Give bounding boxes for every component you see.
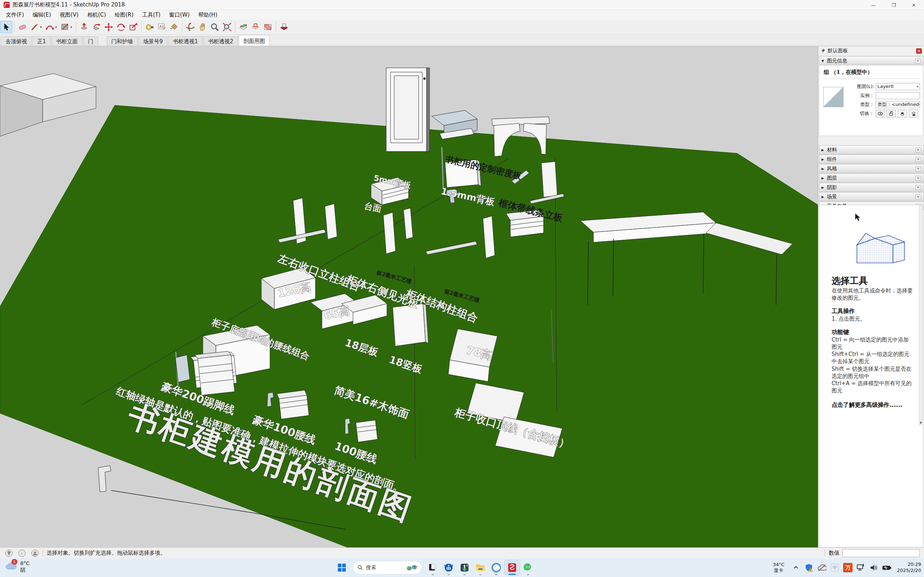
section-plane-tool-icon[interactable] <box>237 21 249 33</box>
scene-tab-bookcase-elevation[interactable]: 书柜立面 <box>52 36 82 46</box>
menu-camera[interactable]: 相机(C) <box>83 10 110 20</box>
menu-view[interactable]: 视图(V) <box>56 10 83 20</box>
menu-help[interactable]: 帮助(H) <box>194 10 221 20</box>
rotate-tool-icon[interactable] <box>115 21 127 33</box>
text-tool-icon[interactable]: A1 <box>156 21 168 33</box>
menu-draw[interactable]: 绘图(R) <box>110 10 138 20</box>
layer-dropdown[interactable]: Layer0▾ <box>876 83 920 90</box>
lock-toggle-button[interactable] <box>887 110 896 118</box>
paint-bucket-tool-icon[interactable] <box>168 21 180 33</box>
tray-app-icon[interactable]: 万 <box>843 563 853 572</box>
entity-info-header[interactable]: ▼ 图元信息 ✕ <box>819 56 923 65</box>
sketchup-window: 图森展厅书柜模型4.11 - SketchUp Pro 2018 — ❐ ✕ 文… <box>0 0 924 577</box>
scene-tab-door-wall[interactable]: 门和护墙 <box>107 36 138 46</box>
scene-tab-front1[interactable]: 正1 <box>32 36 51 46</box>
offset-tool-icon[interactable] <box>128 21 139 33</box>
shape-tool-icon[interactable] <box>59 21 71 33</box>
select-tool-icon[interactable] <box>0 21 12 33</box>
taskbar-search[interactable]: 搜索 <box>353 561 422 574</box>
model-viewport[interactable]: 书柜用的定制密度板 5mm背板 台面 1.5mm背板 框体带线条立板 左右收口立… <box>0 46 818 548</box>
gpu-temp-widget[interactable]: 34°C 显卡 <box>773 562 784 574</box>
minimize-button[interactable]: — <box>863 0 884 10</box>
tray-chevron-up-icon[interactable] <box>790 562 801 573</box>
battery-power-icon[interactable] <box>881 562 892 573</box>
section-label: 图层 <box>827 175 837 181</box>
menu-window[interactable]: 窗口(W) <box>165 10 194 20</box>
entity-info-close-button[interactable]: ✕ <box>915 58 921 63</box>
menu-edit[interactable]: 编辑(E) <box>28 10 55 20</box>
app-theme-icon[interactable] <box>425 560 441 575</box>
instructor-more-link[interactable]: 点击了解更多高级操作...... <box>832 401 914 409</box>
scenes-section-header[interactable]: ▶场景✕ <box>819 192 924 201</box>
scene-tab-perspective2[interactable]: 书柜透视2 <box>204 36 238 46</box>
claim-credit-icon[interactable]: i <box>18 549 26 557</box>
volume-icon[interactable] <box>868 562 879 573</box>
app-chat-icon[interactable] <box>520 560 536 575</box>
file-explorer-icon[interactable] <box>472 560 488 575</box>
menu-file[interactable]: 文件(F) <box>2 10 28 20</box>
section-close-button[interactable]: ✕ <box>915 176 921 181</box>
push-pull-tool-icon[interactable] <box>78 21 90 33</box>
cast-shadows-button[interactable] <box>909 110 918 118</box>
line-tool-icon[interactable] <box>29 21 40 33</box>
section-close-button[interactable]: ✕ <box>915 157 921 162</box>
type-dropdown[interactable]: 类型：<undefined▾ <box>876 101 920 108</box>
section-display-tool-icon[interactable] <box>250 21 261 33</box>
receive-shadows-button[interactable] <box>898 110 907 118</box>
start-button[interactable] <box>334 560 350 575</box>
security-shield-icon[interactable] <box>803 562 814 573</box>
section-close-button[interactable]: ✕ <box>915 166 921 171</box>
menu-tools[interactable]: 工具(T) <box>138 10 165 20</box>
tray-close-button[interactable]: ✕ <box>916 48 922 54</box>
section-close-button[interactable]: ✕ <box>915 148 921 153</box>
cloud-paused-icon[interactable] <box>816 562 827 573</box>
ime-indicator[interactable]: 中 <box>831 564 839 572</box>
materials-section-header[interactable]: ▶材料✕ <box>819 145 924 154</box>
scene-tab-top-view[interactable]: 去顶俯视 <box>1 36 32 46</box>
weather-widget[interactable]: 5 8°C 阴 <box>5 560 30 573</box>
instance-input[interactable] <box>876 92 920 99</box>
geolocation-icon[interactable] <box>5 549 13 557</box>
toggle-label: 切换： <box>852 110 874 117</box>
app-browser-icon[interactable] <box>488 560 504 575</box>
section-close-button[interactable]: ✕ <box>915 194 921 200</box>
components-section-header[interactable]: ▶组件✕ <box>819 155 924 164</box>
arc-tool-dropdown-icon[interactable]: ▾ <box>55 25 59 29</box>
pin-icon[interactable] <box>821 48 825 53</box>
arc-tool-icon[interactable] <box>44 21 56 33</box>
section-close-button[interactable]: ✕ <box>915 185 921 190</box>
shape-tool-dropdown-icon[interactable]: ▾ <box>70 25 74 29</box>
app-temperature-icon[interactable]: ❄ <box>457 560 472 575</box>
clock-widget[interactable]: 20:29 2025/2/20 <box>897 561 921 574</box>
styles-section-header[interactable]: ▶风格✕ <box>819 164 924 173</box>
eraser-tool-icon[interactable] <box>16 21 28 33</box>
tape-measure-tool-icon[interactable] <box>144 21 155 33</box>
sign-in-icon[interactable] <box>31 549 39 557</box>
section-cut-tool-icon[interactable] <box>262 21 274 33</box>
move-tool-icon[interactable] <box>103 21 115 33</box>
scene-tab-scene9[interactable]: 场景号9 <box>139 36 168 46</box>
line-tool-dropdown-icon[interactable]: ▾ <box>40 25 44 29</box>
instructor-key-line: Ctrl+A = 选择模型中所有可见的图元 <box>832 380 914 395</box>
instructor-scrollbar[interactable]: ▼ <box>919 205 923 425</box>
scroll-down-icon[interactable]: ▼ <box>920 421 922 424</box>
close-button[interactable]: ✕ <box>904 0 924 10</box>
zoom-tool-icon[interactable] <box>209 21 221 33</box>
scene-tab-section-view[interactable]: 剖面用图 <box>239 35 270 46</box>
shadows-section-header[interactable]: ▶阴影✕ <box>819 183 924 192</box>
zoom-extents-tool-icon[interactable] <box>221 21 233 33</box>
orbit-tool-icon[interactable] <box>184 21 196 33</box>
sketchup-taskbar-icon[interactable] <box>504 560 520 575</box>
follow-me-tool-icon[interactable] <box>90 21 102 33</box>
network-display-icon[interactable] <box>855 562 866 573</box>
scene-tab-door[interactable]: 门 <box>83 36 98 46</box>
measurements-input[interactable] <box>842 549 920 557</box>
scene-tab-perspective1[interactable]: 书柜透视1 <box>168 36 203 46</box>
hidden-toggle-button[interactable] <box>876 110 885 118</box>
section-troubleshoot-tool-icon[interactable] <box>278 21 290 33</box>
maximize-button[interactable]: ❐ <box>884 0 904 10</box>
tray-title: 默认面板 <box>828 48 848 54</box>
layers-section-header[interactable]: ▶图层✕ <box>819 174 924 182</box>
pan-tool-icon[interactable] <box>197 21 208 33</box>
app-robot-icon[interactable] <box>441 560 457 575</box>
